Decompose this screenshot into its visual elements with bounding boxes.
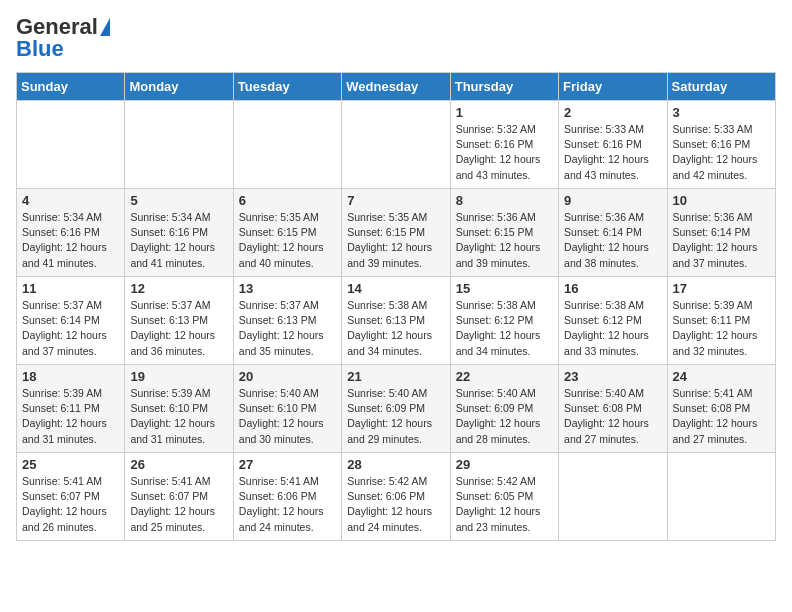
day-info: Sunrise: 5:40 AM Sunset: 6:08 PM Dayligh…	[564, 386, 661, 447]
day-number: 6	[239, 193, 336, 208]
calendar-cell: 15Sunrise: 5:38 AM Sunset: 6:12 PM Dayli…	[450, 277, 558, 365]
calendar-cell: 25Sunrise: 5:41 AM Sunset: 6:07 PM Dayli…	[17, 453, 125, 541]
calendar-table: SundayMondayTuesdayWednesdayThursdayFrid…	[16, 72, 776, 541]
logo-blue-text: Blue	[16, 38, 64, 60]
day-number: 17	[673, 281, 770, 296]
header-saturday: Saturday	[667, 73, 775, 101]
day-info: Sunrise: 5:36 AM Sunset: 6:14 PM Dayligh…	[673, 210, 770, 271]
calendar-cell: 27Sunrise: 5:41 AM Sunset: 6:06 PM Dayli…	[233, 453, 341, 541]
calendar-week-row: 18Sunrise: 5:39 AM Sunset: 6:11 PM Dayli…	[17, 365, 776, 453]
day-number: 29	[456, 457, 553, 472]
calendar-week-row: 11Sunrise: 5:37 AM Sunset: 6:14 PM Dayli…	[17, 277, 776, 365]
calendar-cell: 11Sunrise: 5:37 AM Sunset: 6:14 PM Dayli…	[17, 277, 125, 365]
day-info: Sunrise: 5:37 AM Sunset: 6:14 PM Dayligh…	[22, 298, 119, 359]
day-number: 27	[239, 457, 336, 472]
day-number: 8	[456, 193, 553, 208]
day-info: Sunrise: 5:40 AM Sunset: 6:10 PM Dayligh…	[239, 386, 336, 447]
logo: General Blue	[16, 16, 110, 60]
day-info: Sunrise: 5:35 AM Sunset: 6:15 PM Dayligh…	[347, 210, 444, 271]
day-number: 9	[564, 193, 661, 208]
calendar-cell: 22Sunrise: 5:40 AM Sunset: 6:09 PM Dayli…	[450, 365, 558, 453]
day-info: Sunrise: 5:34 AM Sunset: 6:16 PM Dayligh…	[22, 210, 119, 271]
day-info: Sunrise: 5:35 AM Sunset: 6:15 PM Dayligh…	[239, 210, 336, 271]
day-info: Sunrise: 5:41 AM Sunset: 6:08 PM Dayligh…	[673, 386, 770, 447]
calendar-cell	[125, 101, 233, 189]
calendar-cell: 1Sunrise: 5:32 AM Sunset: 6:16 PM Daylig…	[450, 101, 558, 189]
calendar-cell: 16Sunrise: 5:38 AM Sunset: 6:12 PM Dayli…	[559, 277, 667, 365]
day-number: 22	[456, 369, 553, 384]
header-friday: Friday	[559, 73, 667, 101]
day-number: 2	[564, 105, 661, 120]
day-info: Sunrise: 5:37 AM Sunset: 6:13 PM Dayligh…	[130, 298, 227, 359]
day-info: Sunrise: 5:36 AM Sunset: 6:15 PM Dayligh…	[456, 210, 553, 271]
day-number: 12	[130, 281, 227, 296]
calendar-week-row: 4Sunrise: 5:34 AM Sunset: 6:16 PM Daylig…	[17, 189, 776, 277]
day-info: Sunrise: 5:33 AM Sunset: 6:16 PM Dayligh…	[564, 122, 661, 183]
logo-text: General	[16, 16, 98, 38]
header-thursday: Thursday	[450, 73, 558, 101]
day-info: Sunrise: 5:32 AM Sunset: 6:16 PM Dayligh…	[456, 122, 553, 183]
day-number: 28	[347, 457, 444, 472]
day-number: 21	[347, 369, 444, 384]
day-info: Sunrise: 5:42 AM Sunset: 6:05 PM Dayligh…	[456, 474, 553, 535]
day-number: 19	[130, 369, 227, 384]
calendar-cell: 28Sunrise: 5:42 AM Sunset: 6:06 PM Dayli…	[342, 453, 450, 541]
day-info: Sunrise: 5:37 AM Sunset: 6:13 PM Dayligh…	[239, 298, 336, 359]
calendar-cell: 2Sunrise: 5:33 AM Sunset: 6:16 PM Daylig…	[559, 101, 667, 189]
calendar-week-row: 25Sunrise: 5:41 AM Sunset: 6:07 PM Dayli…	[17, 453, 776, 541]
day-number: 20	[239, 369, 336, 384]
calendar-cell	[17, 101, 125, 189]
calendar-cell	[559, 453, 667, 541]
day-number: 14	[347, 281, 444, 296]
header-tuesday: Tuesday	[233, 73, 341, 101]
day-info: Sunrise: 5:38 AM Sunset: 6:13 PM Dayligh…	[347, 298, 444, 359]
calendar-cell: 8Sunrise: 5:36 AM Sunset: 6:15 PM Daylig…	[450, 189, 558, 277]
day-number: 7	[347, 193, 444, 208]
day-info: Sunrise: 5:42 AM Sunset: 6:06 PM Dayligh…	[347, 474, 444, 535]
day-info: Sunrise: 5:40 AM Sunset: 6:09 PM Dayligh…	[347, 386, 444, 447]
day-info: Sunrise: 5:41 AM Sunset: 6:07 PM Dayligh…	[22, 474, 119, 535]
day-number: 1	[456, 105, 553, 120]
calendar-cell: 10Sunrise: 5:36 AM Sunset: 6:14 PM Dayli…	[667, 189, 775, 277]
day-info: Sunrise: 5:39 AM Sunset: 6:10 PM Dayligh…	[130, 386, 227, 447]
day-number: 18	[22, 369, 119, 384]
day-info: Sunrise: 5:33 AM Sunset: 6:16 PM Dayligh…	[673, 122, 770, 183]
day-info: Sunrise: 5:41 AM Sunset: 6:07 PM Dayligh…	[130, 474, 227, 535]
day-number: 10	[673, 193, 770, 208]
calendar-cell: 18Sunrise: 5:39 AM Sunset: 6:11 PM Dayli…	[17, 365, 125, 453]
calendar-cell: 4Sunrise: 5:34 AM Sunset: 6:16 PM Daylig…	[17, 189, 125, 277]
calendar-cell	[342, 101, 450, 189]
day-number: 23	[564, 369, 661, 384]
day-number: 15	[456, 281, 553, 296]
calendar-week-row: 1Sunrise: 5:32 AM Sunset: 6:16 PM Daylig…	[17, 101, 776, 189]
calendar-cell: 26Sunrise: 5:41 AM Sunset: 6:07 PM Dayli…	[125, 453, 233, 541]
header-monday: Monday	[125, 73, 233, 101]
day-info: Sunrise: 5:39 AM Sunset: 6:11 PM Dayligh…	[22, 386, 119, 447]
day-number: 26	[130, 457, 227, 472]
day-number: 24	[673, 369, 770, 384]
day-number: 16	[564, 281, 661, 296]
calendar-cell: 19Sunrise: 5:39 AM Sunset: 6:10 PM Dayli…	[125, 365, 233, 453]
header-sunday: Sunday	[17, 73, 125, 101]
day-number: 5	[130, 193, 227, 208]
calendar-cell: 14Sunrise: 5:38 AM Sunset: 6:13 PM Dayli…	[342, 277, 450, 365]
day-info: Sunrise: 5:41 AM Sunset: 6:06 PM Dayligh…	[239, 474, 336, 535]
day-number: 3	[673, 105, 770, 120]
day-info: Sunrise: 5:38 AM Sunset: 6:12 PM Dayligh…	[564, 298, 661, 359]
calendar-cell: 6Sunrise: 5:35 AM Sunset: 6:15 PM Daylig…	[233, 189, 341, 277]
logo-triangle-icon	[100, 18, 110, 36]
calendar-cell: 9Sunrise: 5:36 AM Sunset: 6:14 PM Daylig…	[559, 189, 667, 277]
day-info: Sunrise: 5:34 AM Sunset: 6:16 PM Dayligh…	[130, 210, 227, 271]
day-number: 13	[239, 281, 336, 296]
day-info: Sunrise: 5:38 AM Sunset: 6:12 PM Dayligh…	[456, 298, 553, 359]
calendar-cell: 17Sunrise: 5:39 AM Sunset: 6:11 PM Dayli…	[667, 277, 775, 365]
calendar-cell: 29Sunrise: 5:42 AM Sunset: 6:05 PM Dayli…	[450, 453, 558, 541]
calendar-cell: 5Sunrise: 5:34 AM Sunset: 6:16 PM Daylig…	[125, 189, 233, 277]
calendar-cell: 20Sunrise: 5:40 AM Sunset: 6:10 PM Dayli…	[233, 365, 341, 453]
page-header: General Blue	[16, 16, 776, 60]
calendar-cell: 7Sunrise: 5:35 AM Sunset: 6:15 PM Daylig…	[342, 189, 450, 277]
calendar-cell: 3Sunrise: 5:33 AM Sunset: 6:16 PM Daylig…	[667, 101, 775, 189]
day-info: Sunrise: 5:39 AM Sunset: 6:11 PM Dayligh…	[673, 298, 770, 359]
day-info: Sunrise: 5:40 AM Sunset: 6:09 PM Dayligh…	[456, 386, 553, 447]
calendar-cell	[233, 101, 341, 189]
